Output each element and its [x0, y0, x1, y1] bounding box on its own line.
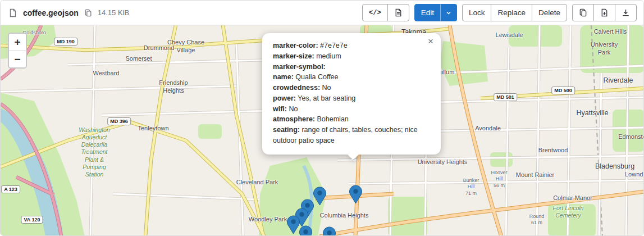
display-source-button[interactable]: </>	[362, 4, 388, 21]
popup-row: marker-size: medium	[273, 51, 430, 62]
view-toggle-group: </>	[362, 4, 409, 21]
map-marker[interactable]	[349, 185, 363, 204]
edit-button[interactable]: Edit	[414, 4, 441, 21]
raw-file-icon	[600, 8, 609, 17]
lock-button[interactable]: Lock	[462, 4, 492, 21]
copy-icon	[579, 8, 587, 17]
road-shield: MD 500	[551, 87, 575, 94]
file-name: coffee.geojson	[23, 8, 79, 17]
popup-row: atmosphere: Bohemian	[273, 114, 430, 125]
rendered-file-icon	[394, 8, 403, 17]
file-viewer: coffee.geojson 14.15 KiB </> Edit Lock R…	[0, 0, 644, 236]
road-shield: MD 190	[54, 38, 77, 46]
delete-button[interactable]: Delete	[532, 4, 567, 21]
file-action-group: Lock Replace Delete	[462, 4, 567, 21]
popup-row: name: Qualia Coffee	[273, 72, 430, 83]
map-marker[interactable]	[299, 225, 313, 235]
feature-popup: × marker-color: #7e7e7emarker-size: medi…	[262, 33, 441, 155]
popup-row: power: Yes, at bar seating	[273, 93, 430, 104]
popup-close-icon[interactable]: ×	[426, 35, 436, 47]
popup-row: seating: range of chairs, tables, couche…	[273, 125, 430, 146]
zoom-control: + −	[8, 33, 27, 69]
copy-contents-button[interactable]	[572, 4, 594, 21]
road-shield: MD 501	[494, 93, 517, 101]
popup-row: crowdedness: No	[273, 83, 430, 93]
map-marker[interactable]	[322, 226, 336, 235]
replace-button[interactable]: Replace	[491, 4, 532, 21]
header-actions: </> Edit Lock Replace Delete	[362, 4, 637, 21]
popup-rows: marker-color: #7e7e7emarker-size: medium…	[273, 40, 430, 146]
file-size: 14.15 KiB	[98, 8, 129, 17]
edit-split-button: Edit	[414, 4, 457, 21]
popup-row: marker-symbol:	[273, 62, 430, 72]
popup-row: wifi: No	[273, 104, 430, 115]
file-utility-group	[572, 4, 637, 21]
road-shield: A 123	[1, 185, 20, 193]
copy-path-icon[interactable]	[83, 8, 93, 18]
download-icon	[622, 8, 630, 17]
open-raw-button[interactable]	[593, 4, 615, 21]
zoom-out-button[interactable]: −	[9, 51, 26, 67]
file-icon	[7, 7, 19, 19]
download-button[interactable]	[615, 4, 637, 21]
popup-row: marker-color: #7e7e7e	[273, 40, 430, 51]
chevron-down-icon	[445, 10, 452, 16]
file-header: coffee.geojson 14.15 KiB </> Edit Lock R…	[1, 1, 643, 25]
map-marker[interactable]	[313, 187, 327, 206]
display-rendered-button[interactable]	[387, 4, 409, 21]
road-shield: VA 120	[21, 216, 43, 224]
road-shield: MD 396	[107, 117, 131, 125]
edit-dropdown-button[interactable]	[440, 4, 457, 21]
zoom-in-button[interactable]: +	[9, 34, 26, 51]
map-canvas[interactable]: + − × marker-color: #7e7e7emarker-size: …	[1, 25, 643, 235]
